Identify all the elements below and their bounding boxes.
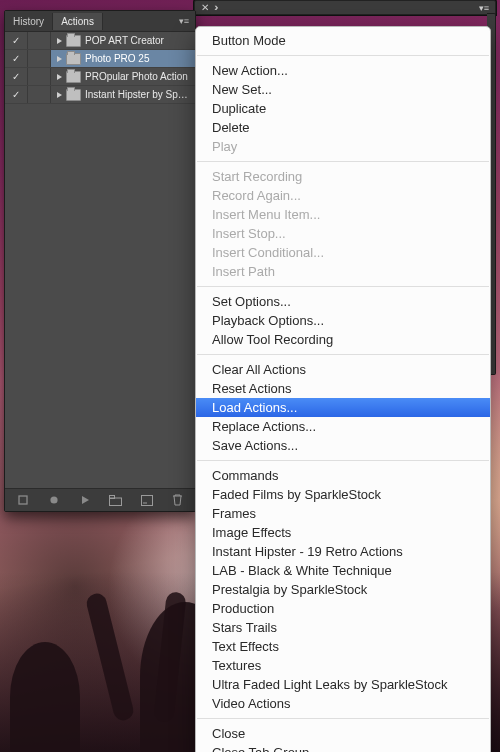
menu-item[interactable]: Text Effects <box>196 637 490 656</box>
menu-item[interactable]: Replace Actions... <box>196 417 490 436</box>
disclosure-triangle-icon[interactable] <box>57 74 62 80</box>
menu-item: Insert Conditional... <box>196 243 490 262</box>
svg-rect-5 <box>141 495 152 505</box>
tab-actions[interactable]: Actions <box>53 13 103 30</box>
menu-item[interactable]: New Set... <box>196 80 490 99</box>
dialog-toggle[interactable] <box>28 86 51 103</box>
menu-item[interactable]: Commands <box>196 466 490 485</box>
menu-item[interactable]: Faded Films by SparkleStock <box>196 485 490 504</box>
menu-item[interactable]: Stars Trails <box>196 618 490 637</box>
folder-icon <box>66 71 81 83</box>
folder-icon <box>66 35 81 47</box>
svg-rect-3 <box>110 498 122 506</box>
menu-item: Play <box>196 137 490 156</box>
menu-separator <box>197 286 489 287</box>
svg-marker-2 <box>82 496 89 504</box>
menu-item: Insert Menu Item... <box>196 205 490 224</box>
menu-item: Insert Path <box>196 262 490 281</box>
panel-group-header[interactable]: ✕ ›› ▾≡ <box>194 0 496 15</box>
panel-flyout-icon[interactable]: ▾≡ <box>173 16 195 26</box>
menu-item[interactable]: Image Effects <box>196 523 490 542</box>
record-icon[interactable] <box>45 491 63 509</box>
menu-item[interactable]: Button Mode <box>196 31 490 50</box>
menu-item[interactable]: Clear All Actions <box>196 360 490 379</box>
action-set-row[interactable]: ✓POP ART Creator <box>5 32 195 50</box>
disclosure-triangle-icon[interactable] <box>57 38 62 44</box>
menu-separator <box>197 718 489 719</box>
menu-item[interactable]: Textures <box>196 656 490 675</box>
action-set-row[interactable]: ✓Instant Hipster by Sp… <box>5 86 195 104</box>
menu-item[interactable]: Production <box>196 599 490 618</box>
menu-item[interactable]: Ultra Faded Light Leaks by SparkleStock <box>196 675 490 694</box>
action-set-label: PROpular Photo Action <box>85 71 188 82</box>
menu-item[interactable]: LAB - Black & White Technique <box>196 561 490 580</box>
menu-item[interactable]: Close <box>196 724 490 743</box>
svg-rect-4 <box>110 495 115 498</box>
action-set-name-cell[interactable]: Photo PRO 25 <box>51 50 195 67</box>
panel-footer <box>5 488 195 511</box>
menu-item[interactable]: Load Actions... <box>196 398 490 417</box>
menu-item[interactable]: New Action... <box>196 61 490 80</box>
menu-item[interactable]: Instant Hipster - 19 Retro Actions <box>196 542 490 561</box>
toggle-checkmark[interactable]: ✓ <box>5 50 28 67</box>
menu-item[interactable]: Duplicate <box>196 99 490 118</box>
action-set-name-cell[interactable]: POP ART Creator <box>51 32 195 49</box>
menu-item[interactable]: Delete <box>196 118 490 137</box>
menu-item[interactable]: Allow Tool Recording <box>196 330 490 349</box>
action-set-label: POP ART Creator <box>85 35 164 46</box>
menu-separator <box>197 55 489 56</box>
menu-item[interactable]: Video Actions <box>196 694 490 713</box>
toggle-checkmark[interactable]: ✓ <box>5 32 28 49</box>
panel-flyout-icon[interactable]: ▾≡ <box>479 3 489 13</box>
actions-panel: History Actions ▾≡ ✓POP ART Creator✓Phot… <box>4 10 196 512</box>
menu-item: Start Recording <box>196 167 490 186</box>
action-set-row[interactable]: ✓PROpular Photo Action <box>5 68 195 86</box>
menu-item: Insert Stop... <box>196 224 490 243</box>
menu-item[interactable]: Frames <box>196 504 490 523</box>
stop-icon[interactable] <box>14 491 32 509</box>
close-icon[interactable]: ✕ <box>201 2 209 13</box>
menu-item[interactable]: Reset Actions <box>196 379 490 398</box>
folder-icon <box>66 53 81 65</box>
menu-item[interactable]: Close Tab Group <box>196 743 490 752</box>
disclosure-triangle-icon[interactable] <box>57 56 62 62</box>
new-action-icon[interactable] <box>138 491 156 509</box>
trash-icon[interactable] <box>169 491 187 509</box>
play-icon[interactable] <box>76 491 94 509</box>
disclosure-triangle-icon[interactable] <box>57 92 62 98</box>
tab-history[interactable]: History <box>5 13 53 30</box>
dialog-toggle[interactable] <box>28 50 51 67</box>
menu-separator <box>197 354 489 355</box>
action-set-name-cell[interactable]: Instant Hipster by Sp… <box>51 86 195 103</box>
action-set-name-cell[interactable]: PROpular Photo Action <box>51 68 195 85</box>
toggle-checkmark[interactable]: ✓ <box>5 86 28 103</box>
panel-tabbar: History Actions ▾≡ <box>5 11 195 32</box>
menu-item[interactable]: Playback Options... <box>196 311 490 330</box>
toggle-checkmark[interactable]: ✓ <box>5 68 28 85</box>
new-set-icon[interactable] <box>107 491 125 509</box>
menu-separator <box>197 460 489 461</box>
action-set-label: Photo PRO 25 <box>85 53 149 64</box>
menu-item[interactable]: Prestalgia by SparkleStock <box>196 580 490 599</box>
folder-icon <box>66 89 81 101</box>
dialog-toggle[interactable] <box>28 32 51 49</box>
menu-item[interactable]: Save Actions... <box>196 436 490 455</box>
menu-separator <box>197 161 489 162</box>
svg-rect-0 <box>19 496 27 504</box>
svg-point-1 <box>50 496 57 503</box>
crowd-silhouette <box>10 642 80 752</box>
dialog-toggle[interactable] <box>28 68 51 85</box>
actions-list: ✓POP ART Creator✓Photo PRO 25✓PROpular P… <box>5 32 195 488</box>
menu-item[interactable]: Set Options... <box>196 292 490 311</box>
actions-flyout-menu: Button ModeNew Action...New Set...Duplic… <box>195 26 491 752</box>
menu-item: Record Again... <box>196 186 490 205</box>
action-set-row[interactable]: ✓Photo PRO 25 <box>5 50 195 68</box>
action-set-label: Instant Hipster by Sp… <box>85 89 188 100</box>
